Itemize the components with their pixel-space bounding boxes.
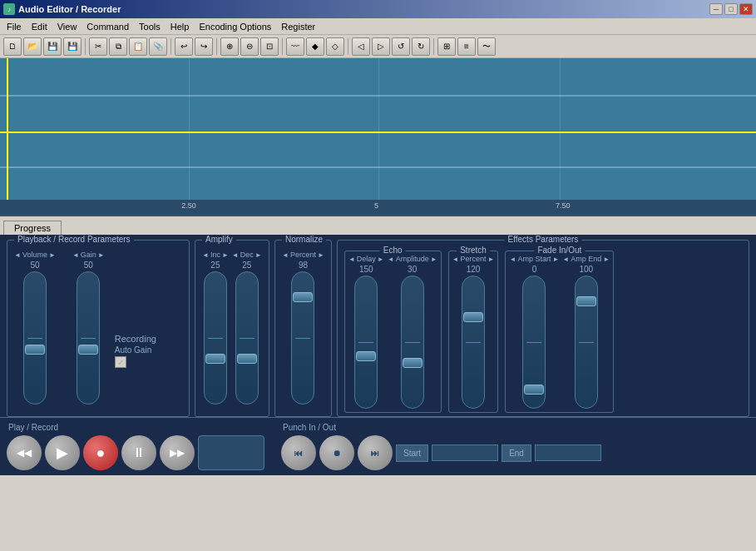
fade-end-track[interactable]	[575, 276, 598, 409]
forward-button[interactable]: ▶▶	[160, 435, 195, 470]
fade-end-left[interactable]: ◄	[562, 256, 569, 263]
fade-start-track[interactable]	[522, 276, 546, 409]
fade-end-right[interactable]: ►	[603, 256, 610, 263]
echo-delay-label: Delay	[357, 255, 376, 263]
amplify-inc-left-arrow[interactable]: ◄	[202, 251, 209, 259]
echo-amplitude-handle[interactable]	[403, 358, 422, 368]
record-button[interactable]: ●	[83, 435, 118, 470]
toolbar-loop[interactable]: ↺	[392, 37, 410, 56]
amplify-dec-right-arrow[interactable]: ►	[255, 251, 262, 259]
amplify-inc-right-arrow[interactable]: ►	[222, 251, 229, 259]
volume-dec-arrow[interactable]: ◄	[14, 251, 21, 259]
normalize-handle[interactable]	[293, 292, 313, 302]
play-button[interactable]: ▶	[45, 435, 80, 470]
auto-gain-checkbox[interactable]: ✓	[115, 356, 126, 368]
toolbar-fwd[interactable]: ▷	[372, 37, 390, 56]
menu-file[interactable]: File	[2, 20, 27, 33]
toolbar-open[interactable]: 📂	[23, 37, 42, 56]
normalize-track[interactable]	[291, 271, 314, 405]
toolbar-paste2[interactable]: 📎	[149, 37, 167, 56]
toolbar-new[interactable]: 🗋	[3, 37, 22, 56]
punch-out-button[interactable]: ⏭	[358, 435, 393, 470]
menu-tools[interactable]: Tools	[134, 20, 166, 33]
amplify-inc-handle[interactable]	[205, 354, 225, 364]
close-button[interactable]: ✕	[739, 3, 753, 15]
params-section: Playback / Record Parameters ◄ Volume ► …	[7, 240, 749, 417]
auto-gain-checkbox-row: ✓	[115, 356, 126, 368]
amplify-dec-label-row: ◄ Dec ►	[232, 251, 262, 259]
amplify-dec-track[interactable]	[235, 271, 259, 405]
stretch-handle[interactable]	[463, 312, 483, 322]
toolbar-zoom-fit[interactable]: ⊡	[260, 37, 279, 56]
maximize-button[interactable]: □	[724, 3, 738, 15]
toolbar-grid[interactable]: ⊞	[437, 37, 456, 56]
echo-delay-handle[interactable]	[356, 351, 376, 361]
fade-start-value: 0	[532, 265, 537, 274]
gain-inc-arrow[interactable]: ►	[98, 251, 105, 259]
minimize-button[interactable]: ─	[709, 3, 723, 15]
toolbar-zoom-in[interactable]: ⊕	[220, 37, 239, 56]
toolbar-loop2[interactable]: ↻	[412, 37, 430, 56]
punch-start-input[interactable]	[432, 444, 498, 461]
toolbar-save[interactable]: 💾	[43, 37, 62, 56]
toolbar-paste[interactable]: 📋	[129, 37, 147, 56]
fade-end-handle[interactable]	[576, 296, 596, 306]
menu-command[interactable]: Command	[82, 20, 134, 33]
fade-start-handle[interactable]	[524, 385, 544, 395]
toolbar-grid2[interactable]: ≡	[457, 37, 476, 56]
punch-end-input[interactable]	[535, 444, 601, 461]
toolbar-rew[interactable]: ◁	[352, 37, 370, 56]
stretch-track[interactable]	[462, 276, 485, 409]
stretch-left[interactable]: ◄	[452, 256, 459, 263]
punch-buttons: ⏮ ⏺ ⏭ Start End	[281, 435, 601, 470]
toolbar-wave2[interactable]: 〜	[477, 37, 496, 56]
amplify-dec-handle[interactable]	[237, 354, 257, 364]
punch-mark-button[interactable]: ⏺	[319, 435, 354, 470]
menu-encoding-options[interactable]: Encoding Options	[194, 20, 276, 33]
punch-in-button[interactable]: ⏮	[281, 435, 316, 470]
toolbar-undo[interactable]: ↩	[175, 37, 193, 56]
echo-amplitude-track[interactable]	[401, 276, 424, 409]
rewind-button[interactable]: ◀◀	[7, 435, 42, 470]
toolbar-waveform[interactable]: 〰	[286, 37, 304, 56]
menu-register[interactable]: Register	[276, 20, 320, 33]
amplify-inc-track[interactable]	[204, 271, 227, 405]
menu-edit[interactable]: Edit	[27, 20, 52, 33]
fade-start-right[interactable]: ►	[552, 256, 559, 263]
normalize-left-arrow[interactable]: ◄	[282, 251, 289, 259]
echo-delay-left[interactable]: ◄	[348, 256, 355, 263]
volume-fader-handle[interactable]	[25, 345, 45, 355]
normalize-right-arrow[interactable]: ►	[318, 251, 324, 259]
stretch-right[interactable]: ►	[488, 256, 495, 263]
gain-fader-track[interactable]	[77, 271, 100, 405]
pause-button[interactable]: ⏸	[121, 435, 156, 470]
toolbar: 🗋 📂 💾 💾 ✂ ⧉ 📋 📎 ↩ ↪ ⊕ ⊖ ⊡ 〰 ◆ ◇ ◁ ▷ ↺ ↻ …	[0, 35, 756, 58]
fade-start-left[interactable]: ◄	[509, 256, 516, 263]
echo-delay-right[interactable]: ►	[378, 256, 384, 263]
progress-tab-area: Progress	[0, 216, 756, 235]
echo-amp-left[interactable]: ◄	[388, 256, 394, 263]
toolbar-zoom-out[interactable]: ⊖	[240, 37, 259, 56]
toolbar-save2[interactable]: 💾	[63, 37, 82, 56]
menu-help[interactable]: Help	[166, 20, 195, 33]
gain-dec-arrow[interactable]: ◄	[72, 251, 79, 259]
amplify-box: Amplify ◄ Inc ► 25 ◄	[195, 240, 269, 417]
echo-amp-right[interactable]: ►	[431, 256, 437, 263]
toolbar-marker[interactable]: ◆	[306, 37, 324, 56]
toolbar-cut[interactable]: ✂	[89, 37, 107, 56]
toolbar-copy[interactable]: ⧉	[109, 37, 127, 56]
echo-delay-track[interactable]	[354, 276, 378, 409]
punch-label: Punch In / Out	[281, 423, 336, 432]
volume-inc-arrow[interactable]: ►	[49, 251, 56, 259]
menu-view[interactable]: View	[52, 20, 82, 33]
toolbar-redo[interactable]: ↪	[195, 37, 213, 56]
volume-fader-track[interactable]	[23, 271, 47, 405]
echo-delay-column: ◄ Delay ► 150	[348, 255, 384, 409]
amplify-dec-left-arrow[interactable]: ◄	[232, 251, 239, 259]
gain-fader-handle[interactable]	[78, 345, 98, 355]
waveform-ruler: 2.50 5 7.50	[0, 200, 756, 215]
toolbar-marker2[interactable]: ◇	[326, 37, 344, 56]
progress-tab[interactable]: Progress	[3, 221, 62, 235]
normalize-fader-group: ◄ Percent ► 98	[282, 251, 324, 405]
echo-amplitude-value: 30	[408, 265, 417, 274]
